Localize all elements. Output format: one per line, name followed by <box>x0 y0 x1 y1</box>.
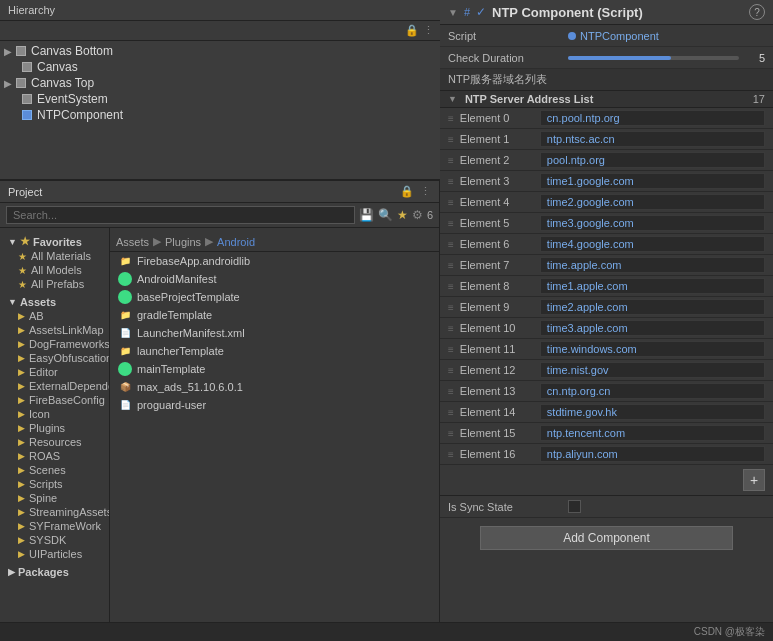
item-label: ROAS <box>29 450 60 462</box>
drag-handle[interactable]: ≡ <box>448 323 454 334</box>
project-title: Project <box>8 186 42 198</box>
drag-handle[interactable]: ≡ <box>448 407 454 418</box>
hierarchy-item-canvas-bottom[interactable]: ▶ Canvas Bottom <box>0 43 440 59</box>
file-item[interactable]: baseProjectTemplate <box>110 288 439 306</box>
packages-header[interactable]: ▶ Packages <box>6 565 103 579</box>
file-item[interactable]: AndroidManifest <box>110 270 439 288</box>
drag-handle[interactable]: ≡ <box>448 365 454 376</box>
script-label: Script <box>448 30 568 42</box>
asset-item[interactable]: ▶FireBaseConfig <box>6 393 103 407</box>
file-item[interactable]: 📁FirebaseApp.androidlib <box>110 252 439 270</box>
asset-item[interactable]: ▶UIParticles <box>6 547 103 561</box>
element-value[interactable]: stdtime.gov.hk <box>540 404 765 420</box>
element-value[interactable]: time2.apple.com <box>540 299 765 315</box>
element-value[interactable]: time.apple.com <box>540 257 765 273</box>
drag-handle[interactable]: ≡ <box>448 155 454 166</box>
element-value[interactable]: time2.google.com <box>540 194 765 210</box>
settings-icon-toolbar[interactable]: ⚙ <box>412 208 423 222</box>
element-value[interactable]: ntp.ntsc.ac.cn <box>540 131 765 147</box>
asset-item[interactable]: ▶Spine <box>6 491 103 505</box>
folder-small-icon: ▶ <box>18 339 25 349</box>
settings-icon[interactable]: ⋮ <box>423 24 434 37</box>
duration-slider[interactable]: 5 <box>568 52 765 64</box>
drag-handle[interactable]: ≡ <box>448 239 454 250</box>
asset-item[interactable]: ▶Icon <box>6 407 103 421</box>
element-value[interactable]: time.windows.com <box>540 341 765 357</box>
file-item[interactable]: mainTemplate <box>110 360 439 378</box>
asset-item[interactable]: ▶Scripts <box>6 477 103 491</box>
element-value[interactable]: time4.google.com <box>540 236 765 252</box>
drag-handle[interactable]: ≡ <box>448 113 454 124</box>
favorites-header[interactable]: ▼ ★ Favorites <box>6 234 103 249</box>
element-value[interactable]: pool.ntp.org <box>540 152 765 168</box>
fav-item-prefabs[interactable]: ★ All Prefabs <box>6 277 103 291</box>
drag-handle[interactable]: ≡ <box>448 386 454 397</box>
element-value[interactable]: time3.google.com <box>540 215 765 231</box>
file-item[interactable]: 📄LauncherManifest.xml <box>110 324 439 342</box>
file-item[interactable]: 📄proguard-user <box>110 396 439 414</box>
assets-list: ▶AB▶AssetsLinkMap▶DogFrameworks▶EasyObfu… <box>6 309 103 561</box>
element-value[interactable]: cn.ntp.org.cn <box>540 383 765 399</box>
element-label: Element 13 <box>460 385 540 397</box>
search-input[interactable] <box>6 206 355 224</box>
item-label: Resources <box>29 436 82 448</box>
slider-value: 5 <box>745 52 765 64</box>
hierarchy-item-canvas-top[interactable]: ▶ Canvas Top <box>0 75 440 91</box>
expand-arrow: ▶ <box>4 78 12 89</box>
drag-handle[interactable]: ≡ <box>448 302 454 313</box>
asset-item[interactable]: ▶StreamingAssets <box>6 505 103 519</box>
add-component-button[interactable]: Add Component <box>480 526 734 550</box>
element-value[interactable]: ntp.aliyun.com <box>540 446 765 462</box>
element-value[interactable]: ntp.tencent.com <box>540 425 765 441</box>
asset-item[interactable]: ▶EasyObfuscation <box>6 351 103 365</box>
asset-item[interactable]: ▶ROAS <box>6 449 103 463</box>
drag-handle[interactable]: ≡ <box>448 176 454 187</box>
check-icon[interactable]: ✓ <box>476 5 486 19</box>
drag-handle[interactable]: ≡ <box>448 218 454 229</box>
hierarchy-item-eventsystem[interactable]: EventSystem <box>0 91 440 107</box>
drag-handle[interactable]: ≡ <box>448 281 454 292</box>
slider-track <box>568 56 739 60</box>
asset-item[interactable]: ▶SYSDK <box>6 533 103 547</box>
script-ref[interactable]: NTPComponent <box>580 30 659 42</box>
drag-handle[interactable]: ≡ <box>448 428 454 439</box>
hierarchy-item-ntpcomponent[interactable]: NTPComponent <box>0 107 440 123</box>
fav-item-models[interactable]: ★ All Models <box>6 263 103 277</box>
drag-handle[interactable]: ≡ <box>448 449 454 460</box>
assets-header[interactable]: ▼ Assets <box>6 295 103 309</box>
hierarchy-item-canvas[interactable]: Canvas <box>0 59 440 75</box>
element-value[interactable]: time.nist.gov <box>540 362 765 378</box>
breadcrumb-assets[interactable]: Assets <box>116 236 149 248</box>
sync-checkbox[interactable] <box>568 500 581 513</box>
asset-item[interactable]: ▶Editor <box>6 365 103 379</box>
file-item[interactable]: 📦max_ads_51.10.6.0.1 <box>110 378 439 396</box>
file-item[interactable]: 📁launcherTemplate <box>110 342 439 360</box>
asset-item[interactable]: ▶DogFrameworks <box>6 337 103 351</box>
element-value[interactable]: time1.apple.com <box>540 278 765 294</box>
element-value[interactable]: cn.pool.ntp.org <box>540 110 765 126</box>
script-icon: # <box>464 6 470 18</box>
item-label: SYFrameWork <box>29 520 101 532</box>
element-value[interactable]: time1.google.com <box>540 173 765 189</box>
asset-item[interactable]: ▶ExternalDependencyMana... <box>6 379 103 393</box>
asset-item[interactable]: ▶SYFrameWork <box>6 519 103 533</box>
drag-handle[interactable]: ≡ <box>448 344 454 355</box>
help-button[interactable]: ? <box>749 4 765 20</box>
asset-item[interactable]: ▶AssetsLinkMap <box>6 323 103 337</box>
folder-small-icon: ▶ <box>18 409 25 419</box>
asset-item[interactable]: ▶Scenes <box>6 463 103 477</box>
asset-item[interactable]: ▶AB <box>6 309 103 323</box>
menu-icon-project[interactable]: ⋮ <box>420 185 431 198</box>
drag-handle[interactable]: ≡ <box>448 134 454 145</box>
ntp-count: 17 <box>753 93 765 105</box>
asset-item[interactable]: ▶Resources <box>6 435 103 449</box>
drag-handle[interactable]: ≡ <box>448 260 454 271</box>
breadcrumb-plugins[interactable]: Plugins <box>165 236 201 248</box>
fav-item-materials[interactable]: ★ All Materials <box>6 249 103 263</box>
file-item[interactable]: 📁gradleTemplate <box>110 306 439 324</box>
drag-handle[interactable]: ≡ <box>448 197 454 208</box>
add-element-button[interactable]: + <box>743 469 765 491</box>
element-value[interactable]: time3.apple.com <box>540 320 765 336</box>
asset-item[interactable]: ▶Plugins <box>6 421 103 435</box>
element-label: Element 2 <box>460 154 540 166</box>
